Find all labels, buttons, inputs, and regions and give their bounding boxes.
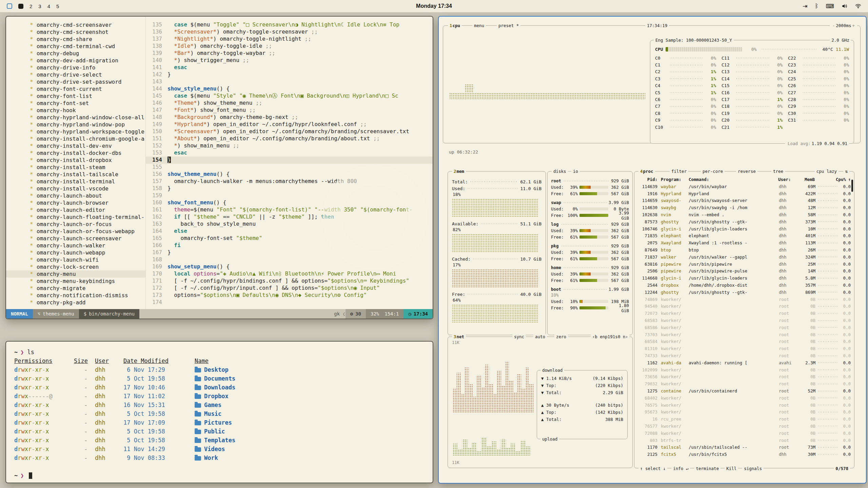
process-row[interactable]: 1162 avahi-da avahi-daemon: running [ av… [638, 359, 851, 366]
filter-button[interactable]: filter [670, 168, 688, 174]
proc-box-title[interactable]: 4proc [638, 168, 655, 174]
file-item[interactable]: * omarchy-drive-set-password [6, 78, 145, 85]
file-item[interactable]: * omarchy-install-tailscale [6, 171, 145, 178]
tray-icon[interactable]: ⇥ [803, 3, 807, 10]
file-item[interactable]: * omarchy-launch-floating-terminal- [6, 214, 145, 221]
file-item[interactable]: * omarchy-launch-about [6, 192, 145, 199]
cpu-box-title[interactable]: 1cpu [448, 23, 462, 28]
file-item[interactable]: * omarchy-install-vscode [6, 185, 145, 192]
file-item[interactable]: * omarchy-font-set [6, 100, 145, 107]
process-row[interactable]: 73656 kworker/ root 0B 0.0 [638, 373, 851, 381]
kill-button[interactable]: Kill [725, 466, 738, 471]
file-item[interactable]: * omarchy-cmd-screenshot [6, 28, 145, 36]
workspace-button[interactable]: 2 [29, 3, 32, 9]
file-item[interactable]: * omarchy-menu-keybindings [6, 278, 145, 285]
info-button[interactable]: info ↵ [671, 466, 690, 471]
process-row[interactable]: 63816 pipewire /usr/bin/pipewire dhh 25M… [638, 261, 851, 268]
process-row[interactable]: 68586 kworker/ root 0B 0.0 [638, 324, 851, 331]
net-interface[interactable]: ‹b enp191s0 n› [591, 334, 630, 340]
process-row[interactable]: 73703 kworker/ root 0B 0.0 [638, 331, 851, 338]
terminate-button[interactable]: terminate [694, 466, 721, 471]
file-item[interactable]: * omarchy-launch-editor [6, 206, 145, 214]
process-row[interactable]: 803 btrfs-tr root 0B 0.0 [638, 437, 851, 444]
file-item[interactable]: * omarchy-cmd-terminal-cwd [6, 43, 145, 50]
process-row[interactable]: 72088 kworker/ root 0B 0.0 [638, 430, 851, 437]
sort-arrows[interactable]: ⇅ [843, 168, 849, 174]
file-item[interactable]: * omarchy-install-dev-env [6, 142, 145, 149]
process-row[interactable]: 114668 glycin-i /usr/lib/glycin-loaders … [638, 274, 851, 282]
terminal-window[interactable]: ~ ❯ ls Permissions Size User Date Modifi… [5, 341, 433, 483]
process-row[interactable]: 2075 Xwayland Xwayland :1 -rootless - dh… [638, 239, 851, 246]
file-item[interactable]: * omarchy-drive-select [6, 71, 145, 78]
process-row[interactable]: 72073 kworker/ root 0B 0.0 [638, 310, 851, 317]
workspace-button[interactable]: 5 [56, 3, 59, 9]
process-row[interactable]: 1916 Hyprland Hyprland dhh 422M 0.0 [638, 190, 851, 197]
interval-plus[interactable]: + [852, 23, 855, 28]
file-item[interactable]: * omarchy-font-current [6, 85, 145, 93]
select-keys[interactable]: ↑ select ↓ [638, 466, 667, 471]
process-row[interactable]: 2506 pipewire /usr/bin/pipewire-pulse dh… [638, 268, 851, 275]
process-row[interactable]: 16 rcu_pree root 0B 0.0 [638, 415, 851, 423]
reverse-button[interactable]: reverse [736, 168, 757, 174]
file-item[interactable]: * omarchy-hyprland-window-close-all [6, 114, 145, 121]
sort-direction-icon[interactable]: ↑ [846, 177, 851, 182]
process-row[interactable]: 2544 dropbox /home/dhh/.dropbox-dist dhh… [638, 282, 851, 289]
code-editor[interactable]: 135 case $(menu "Toggle" "□ Screensaver\… [146, 17, 433, 309]
process-row[interactable]: 68402 kworker/ root 0B 0.0 [638, 394, 851, 402]
process-row[interactable]: 1275 containe /usr/bin/containerd root 5… [638, 387, 851, 394]
file-item[interactable]: * omarchy-launch-webapp [6, 249, 145, 256]
workspace-active[interactable] [18, 4, 23, 9]
process-row[interactable]: 2125 fcitx5 /usr/bin/fcitx5 dhh 30M 0.0 [638, 451, 851, 458]
tray-icon[interactable]: ⌨ [826, 3, 834, 10]
file-item[interactable]: * omarchy-install-steam [6, 164, 145, 171]
disks-box-title[interactable]: disks [552, 168, 568, 174]
process-row[interactable]: 87573 ghostty /usr/bin/ghostty --gtk- dh… [638, 218, 851, 225]
file-item[interactable]: * omarchy-font-list [6, 93, 145, 100]
process-row[interactable]: 106746 glycin-i /usr/lib/glycin-loaders … [638, 225, 851, 232]
volume-icon[interactable] [842, 3, 848, 9]
process-scrollbar[interactable] [851, 180, 853, 192]
net-sync-button[interactable]: sync [512, 334, 526, 340]
net-auto-button[interactable]: auto [533, 334, 547, 340]
file-item[interactable]: * omarchy-pkg-add [6, 299, 145, 306]
signals-button[interactable]: signals [742, 466, 764, 471]
io-button[interactable]: io [571, 168, 580, 174]
update-interval[interactable]: -2000ms+ [830, 23, 857, 28]
process-row[interactable]: 12244 ghostty /usr/bin/ghostty --gtk- dh… [638, 289, 851, 296]
file-item[interactable]: * omarchy-install-dropbox [6, 157, 145, 164]
file-item[interactable]: * omarchy-migrate [6, 285, 145, 292]
interval-minus[interactable]: - [832, 23, 835, 28]
process-row[interactable]: 102099 kworker/ root 0B 0.0 [638, 366, 851, 373]
per-core-button[interactable]: per-core [701, 168, 725, 174]
file-item[interactable]: * omarchy-hook [6, 107, 145, 114]
file-item[interactable]: * omarchy-debug [6, 50, 145, 57]
process-row[interactable]: 95673 kworker/ root 0B 0.0 [638, 409, 851, 416]
process-row[interactable]: 79032 kworker/ root 0B 0.0 [638, 380, 851, 387]
launcher-icon[interactable] [7, 3, 12, 9]
file-item[interactable]: * omarchy-launch-wifi [6, 256, 145, 263]
file-item[interactable]: * omarchy-drive-info [6, 64, 145, 71]
workspace-button[interactable]: 3 [38, 3, 41, 9]
process-row[interactable]: 76577 kworker/ root 0B 0.0 [638, 423, 851, 430]
sort-mode[interactable]: cpu lazy [815, 168, 839, 174]
file-item[interactable]: * omarchy-hyprland-workspace-toggle [6, 128, 145, 135]
process-row[interactable]: 1170 tailscal /usr/sbin/tailscaled -- ro… [638, 444, 851, 451]
file-item[interactable]: * omarchy-launch-or-focus [6, 221, 145, 228]
file-item[interactable]: * omarchy-install-docker-dbs [6, 149, 145, 157]
file-item[interactable]: * omarchy-launch-or-focus-webapp [6, 228, 145, 235]
process-row[interactable]: 114630 swaybg /usr/bin/swaybg -i /hom dh… [638, 204, 851, 211]
process-row[interactable]: 114659 swayosd- /usr/bin/swayosd-server … [638, 197, 851, 204]
process-row[interactable]: 71837 walker /usr/bin/walker --gappl dhh… [638, 253, 851, 261]
file-item[interactable]: * omarchy-launch-browser [6, 199, 145, 206]
file-item[interactable]: * omarchy-launch-screensaver [6, 235, 145, 242]
process-row[interactable]: 81310 kworker/ root 0B 0.0 [638, 345, 851, 352]
process-row[interactable]: 87649 btop btop dhh 26M 0.0 [638, 246, 851, 253]
tray-icon[interactable]: ᛒ [815, 3, 818, 9]
process-row[interactable]: 114639 waybar /usr/bin/waybar dhh 69M 0.… [638, 183, 851, 190]
preset-button[interactable]: preset * [497, 23, 520, 28]
file-item[interactable]: * omarchy-menu [6, 270, 145, 278]
file-item[interactable]: * omarchy-hyprland-window-pop [6, 121, 145, 128]
wifi-icon[interactable] [855, 3, 861, 9]
process-row[interactable]: 94540 kworker/ root 0B 0.0 [638, 303, 851, 310]
file-item[interactable]: * omarchy-cmd-screensaver [6, 21, 145, 28]
